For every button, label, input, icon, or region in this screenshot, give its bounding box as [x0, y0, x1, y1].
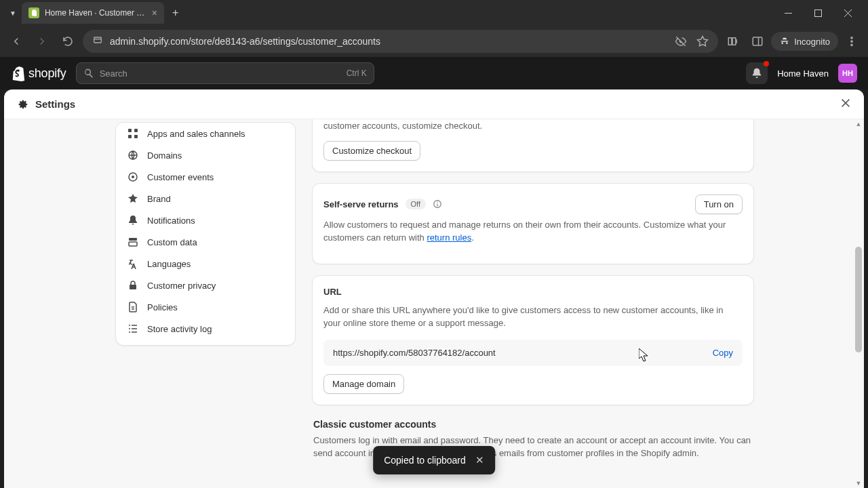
bookmark-star-icon[interactable]	[696, 35, 709, 47]
svg-rect-3	[732, 38, 736, 45]
new-tab-button[interactable]: +	[165, 7, 185, 19]
incognito-badge[interactable]: Incognito	[771, 32, 838, 51]
settings-header: Settings	[4, 89, 864, 119]
search-input[interactable]: Search Ctrl K	[76, 62, 374, 84]
sidebar-item-languages[interactable]: Languages	[116, 253, 295, 274]
svg-rect-9	[134, 129, 138, 132]
shopify-logo[interactable]: shopify	[11, 65, 66, 81]
eye-off-icon[interactable]	[675, 35, 687, 47]
globe-icon	[127, 149, 139, 161]
svg-point-6	[851, 41, 852, 42]
sidebar-item-activity-log[interactable]: Store activity log	[116, 318, 295, 340]
browser-tab[interactable]: Home Haven · Customer accou ×	[22, 2, 164, 24]
settings-main: customer accounts, customize checkout. C…	[296, 119, 864, 488]
sidebar-item-custom-data[interactable]: Custom data	[116, 231, 295, 253]
maximize-button[interactable]	[803, 3, 833, 23]
sidebar-item-policies[interactable]: Policies	[116, 296, 295, 318]
off-badge: Off	[406, 199, 426, 209]
lock-icon	[127, 279, 139, 291]
notifications-button[interactable]	[746, 62, 768, 84]
svg-rect-11	[134, 135, 138, 138]
turn-on-button[interactable]: Turn on	[695, 195, 743, 214]
toast-message: Copied to clipboard	[384, 455, 466, 466]
sidebar-item-label: Apps and sales channels	[147, 129, 245, 139]
search-shortcut: Ctrl K	[347, 68, 367, 78]
target-icon	[127, 171, 139, 183]
scroll-up-arrow[interactable]: ▲	[855, 121, 862, 127]
tab-dropdown-icon[interactable]: ▼	[5, 9, 20, 17]
url-title: URL	[323, 287, 743, 297]
copy-button[interactable]: Copy	[713, 348, 733, 358]
language-icon	[127, 258, 139, 270]
sidebar-item-domains[interactable]: Domains	[116, 144, 295, 166]
grid-icon	[127, 127, 139, 140]
shopify-logo-text: shopify	[28, 66, 66, 81]
list-icon	[127, 323, 139, 335]
sidebar-item-customer-privacy[interactable]: Customer privacy	[116, 274, 295, 296]
shopify-favicon	[28, 7, 39, 18]
info-icon[interactable]	[433, 199, 442, 209]
settings-close-button[interactable]	[840, 97, 852, 112]
svg-rect-4	[753, 37, 762, 45]
sidebar-item-label: Languages	[147, 259, 191, 269]
store-name[interactable]: Home Haven	[777, 68, 829, 79]
sidebar-item-notifications[interactable]: Notifications	[116, 209, 295, 231]
svg-rect-8	[128, 129, 132, 132]
star-icon	[127, 192, 139, 205]
tab-close-icon[interactable]: ×	[152, 7, 157, 18]
svg-rect-17	[130, 285, 136, 289]
sidebar-item-customer-events[interactable]: Customer events	[116, 166, 295, 188]
tab-strip: ▼ Home Haven · Customer accou × +	[0, 0, 868, 26]
sidebar-item-brand[interactable]: Brand	[116, 188, 295, 209]
url-desc: Add or share this URL anywhere you'd lik…	[323, 304, 743, 330]
forward-button[interactable]	[31, 30, 53, 52]
tab-title: Home Haven · Customer accou	[45, 8, 146, 18]
minimize-button[interactable]	[773, 3, 803, 23]
scrollbar-thumb[interactable]	[855, 247, 862, 352]
svg-rect-16	[129, 242, 137, 246]
settings-panel: Settings Apps and sales channels Domains…	[4, 89, 864, 488]
svg-rect-2	[728, 38, 732, 45]
incognito-label: Incognito	[794, 37, 830, 47]
reload-button[interactable]	[57, 30, 79, 52]
url-display: https://shopify.com/58037764182/account …	[323, 340, 743, 366]
return-rules-link[interactable]: return rules	[427, 232, 471, 243]
side-panel-icon[interactable]	[747, 30, 768, 52]
window-controls	[773, 3, 863, 23]
svg-rect-1	[94, 37, 102, 43]
browser-menu-icon[interactable]	[841, 30, 863, 52]
gear-icon	[16, 98, 28, 110]
sidebar-item-apps[interactable]: Apps and sales channels	[116, 123, 295, 144]
sidebar-item-label: Domains	[147, 150, 182, 161]
sidebar-item-label: Custom data	[147, 237, 197, 247]
search-placeholder: Search	[100, 68, 341, 79]
toast: Copied to clipboard ✕	[373, 446, 495, 474]
database-icon	[127, 236, 139, 248]
notification-badge	[764, 61, 769, 66]
url-value: https://shopify.com/58037764182/account	[333, 348, 713, 358]
settings-title: Settings	[35, 98, 75, 110]
manage-domain-button[interactable]: Manage domain	[323, 374, 404, 394]
customize-checkout-button[interactable]: Customize checkout	[323, 141, 420, 161]
sidebar-item-label: Policies	[147, 302, 178, 312]
nav-bar: admin.shopify.com/store/de8143-a6/settin…	[0, 26, 868, 57]
close-window-button[interactable]	[833, 3, 863, 23]
toast-close-button[interactable]: ✕	[475, 454, 484, 466]
avatar[interactable]: HH	[838, 64, 857, 83]
address-bar[interactable]: admin.shopify.com/store/de8143-a6/settin…	[83, 30, 718, 53]
svg-point-14	[132, 176, 134, 178]
sidebar-item-label: Customer privacy	[147, 281, 216, 291]
checkout-card: customer accounts, customize checkout. C…	[312, 119, 754, 172]
svg-point-7	[851, 44, 852, 45]
url-card: URL Add or share this URL anywhere you'd…	[312, 275, 754, 405]
sidebar-item-label: Brand	[147, 194, 171, 204]
back-button[interactable]	[5, 30, 27, 52]
svg-rect-0	[814, 9, 821, 16]
sidebar-item-label: Customer events	[147, 172, 214, 182]
bell-icon	[127, 214, 139, 226]
site-info-icon[interactable]	[92, 35, 103, 48]
scroll-down-arrow[interactable]: ▼	[855, 480, 862, 487]
extensions-icon[interactable]	[722, 30, 744, 52]
returns-desc: Allow customers to request and manage re…	[323, 218, 743, 245]
sidebar-item-label: Notifications	[147, 216, 195, 226]
